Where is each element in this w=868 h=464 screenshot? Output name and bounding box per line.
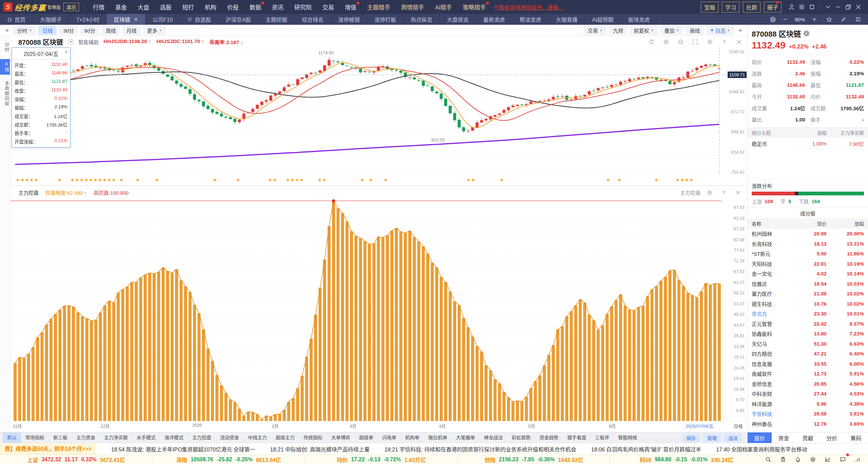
toolbar-button-前复权[interactable]: 前复权▼ xyxy=(630,26,658,35)
status-message-button[interactable] xyxy=(837,455,848,464)
news-item[interactable]: 17:40 全国档案查询利用服务平台移动 xyxy=(716,445,807,453)
favorite-button[interactable] xyxy=(824,14,834,24)
zoom-out-button[interactable] xyxy=(780,14,790,24)
tab-区块链[interactable]: 区块链✕ xyxy=(107,14,145,25)
status-chart-line-button[interactable] xyxy=(823,455,833,464)
index-均价[interactable]: 均价17.22-0.13-0.72%1.43万亿 xyxy=(305,455,458,464)
tab-首页[interactable]: 首页 xyxy=(0,14,33,25)
status-clipboard-button[interactable] xyxy=(778,455,788,464)
menu-item-主题猎手[interactable]: 主题猎手 xyxy=(362,3,396,11)
indicator-tab-三板斧[interactable]: 三板斧 xyxy=(591,432,614,443)
indicator-question-button[interactable] xyxy=(719,188,729,198)
toolbar-button-画线[interactable]: 画线 xyxy=(686,26,704,35)
indicator-tab-机构单[interactable]: 机构单 xyxy=(401,432,424,443)
constituent-row-京北方[interactable]: 京北方23.3010.01% xyxy=(748,309,868,319)
collapse-toolbar-icon[interactable]: » xyxy=(3,27,11,34)
menu-item-AI猎手[interactable]: AI猎手 xyxy=(430,3,457,11)
indicator-tab-新三板[interactable]: 新三板 xyxy=(49,432,72,443)
indicator-tab-大单博弈[interactable]: 大单博弈 xyxy=(327,432,355,443)
constituent-row-宇信科技[interactable]: 宇信科技28.583.81% xyxy=(748,409,868,419)
status-search-button[interactable] xyxy=(763,455,773,464)
action-战法[interactable]: 战法 xyxy=(724,433,742,442)
alert-icon[interactable]: ! xyxy=(770,17,776,22)
tab-涨停棱镜[interactable]: 涨停棱镜 xyxy=(331,14,367,25)
indicator-tab-常用指标[interactable]: 常用指标 xyxy=(21,432,49,443)
indicator-tab-闪电单[interactable]: 闪电单 xyxy=(378,432,401,443)
menu-item-短打[interactable]: 短打 xyxy=(177,3,199,11)
minimize-button[interactable] xyxy=(833,2,843,12)
tab-涨停打板[interactable]: 涨停打板 xyxy=(367,14,403,25)
tab-综合排名[interactable]: 综合排名 xyxy=(295,14,331,25)
gear-button[interactable] xyxy=(796,2,807,12)
indicator-tab-彩虹趋势[interactable]: 彩虹趋势 xyxy=(507,432,535,443)
tab-大咖圈子[interactable]: 大咖圈子 xyxy=(33,14,69,25)
toolbar-button-交易[interactable]: 交易▼ xyxy=(584,26,607,35)
constituent-row-金一文化[interactable]: 金一文化4.0210.14% xyxy=(748,269,868,279)
menu-item-策略猎手[interactable]: 策略猎手 xyxy=(457,3,491,11)
toolbar-button-60分[interactable]: 60分 xyxy=(80,26,99,35)
panel-tab-分价[interactable]: 分价 xyxy=(820,432,844,443)
indicator-tab-大笔撤单[interactable]: 大笔撤单 xyxy=(452,432,479,443)
close-window-button[interactable] xyxy=(853,2,863,12)
status-target-button[interactable] xyxy=(808,455,818,464)
menu-item-行情[interactable]: 行情 xyxy=(87,3,110,11)
indicator-tab-超级主力[interactable]: 超级主力 xyxy=(271,432,299,443)
toolbar-button-九转[interactable]: 九转 xyxy=(609,26,627,35)
quick-button-宝箱[interactable]: 宝箱 xyxy=(701,2,718,13)
news-item[interactable]: 18:21 中际旭创: 高端光模块产品持续上量 xyxy=(270,445,370,453)
status-signal-button[interactable] xyxy=(852,455,863,464)
user-button[interactable] xyxy=(786,2,796,12)
constituent-row-*ST新元[interactable]: *ST新元5.0011.86% xyxy=(748,249,868,259)
tab-帮派龙虎[interactable]: 帮派龙虎 xyxy=(512,14,549,25)
status-bell-button[interactable] xyxy=(793,455,803,464)
menu-item-选股[interactable]: 选股 xyxy=(155,3,177,11)
tab-自选股[interactable]: 自选股 xyxy=(180,14,218,25)
symbol-dropdown-icon[interactable]: ▼ xyxy=(68,39,74,45)
index-上证[interactable]: 上证3472.3211.170.32%5672.41亿 xyxy=(0,455,153,464)
chart-refresh-button[interactable] xyxy=(646,37,656,47)
indicator-tab-主力资金[interactable]: 主力资金 xyxy=(72,432,100,443)
promo-label[interactable]: 费】续费多送60天，到手14个月>>> xyxy=(0,443,96,455)
chart-fullscreen-button[interactable] xyxy=(690,37,700,47)
indicator-tab-中线主力[interactable]: 中线主力 xyxy=(243,432,271,443)
menu-item-大盘[interactable]: 大盘 xyxy=(132,3,155,11)
index-创指[interactable]: 创指2156.23-7.85-0.36%1042.02亿 xyxy=(458,455,610,464)
constituent-row-德生科技[interactable]: 德生科技10.7610.02% xyxy=(748,299,868,309)
constituent-row-信雅达[interactable]: 信雅达18.5410.03% xyxy=(748,279,868,289)
collapse-button[interactable] xyxy=(823,2,833,12)
news-item[interactable]: 18:54 陈茂波: 港股上半年IPO集资额超1070亿港元 全球第一 xyxy=(111,445,255,453)
toolbar-button-周线[interactable]: 周线 xyxy=(102,26,120,35)
tab-热点纵览[interactable]: 热点纵览 xyxy=(403,14,440,25)
popup-close-icon[interactable]: ✕ xyxy=(64,49,68,55)
quick-button-社群[interactable]: 社群 xyxy=(743,2,761,13)
indicator-gear-button[interactable] xyxy=(705,188,715,198)
tab-沪深京A股[interactable]: 沪深京A股 xyxy=(218,14,258,25)
menu-item-基金[interactable]: 基金 xyxy=(110,3,132,11)
layout-button[interactable] xyxy=(853,14,863,24)
rail-item-分时[interactable]: 分时 xyxy=(0,40,10,55)
action-保存[interactable]: 保存 xyxy=(682,433,700,442)
chart-close-button[interactable] xyxy=(734,37,744,47)
tab-主题挖掘[interactable]: 主题挖掘 xyxy=(258,14,295,25)
toolbar-button-自选[interactable]: +自选▼ xyxy=(706,26,734,35)
indicator-tab-智能网格[interactable]: 智能网格 xyxy=(614,432,642,443)
constituent-row-林洋能源[interactable]: 林洋能源5.964.38% xyxy=(748,399,868,409)
candle-canvas[interactable] xyxy=(10,47,747,175)
theme-row-稳定币[interactable]: 稳定币1.00%7.90亿 xyxy=(748,138,868,149)
index-科50[interactable]: 科50984.80-0.15-0.01%245.24亿 xyxy=(610,455,763,464)
tab-大咖直播[interactable]: 大咖直播 xyxy=(549,14,585,25)
info-icon[interactable]: i xyxy=(804,31,809,36)
menu-item-数据[interactable]: 数据 xyxy=(244,3,267,11)
indicator-close-button[interactable] xyxy=(733,188,743,198)
panel-tab-资金[interactable]: 资金 xyxy=(772,432,796,443)
rail-item-K线[interactable]: K线 xyxy=(0,59,10,75)
quick-button-学习[interactable]: 学习 xyxy=(722,2,739,13)
news-item[interactable]: 18:06 白羽鸡毛鸡价格再“破3” 苗价月跌幅过半 xyxy=(591,445,701,453)
tab-AI超预期[interactable]: AI超预期 xyxy=(585,14,621,25)
constituent-row-中科金财[interactable]: 中科金财27.444.53% xyxy=(748,389,868,399)
constituent-row-信息发展[interactable]: 信息发展33.556.00% xyxy=(748,359,868,369)
chart-zoom-out-button[interactable] xyxy=(675,37,686,47)
menu-item-价投[interactable]: 价投 xyxy=(222,3,244,11)
rail-item-多周期同屏[interactable]: 多周期同屏 xyxy=(0,79,10,109)
constituent-row-金桥信息[interactable]: 金桥信息20.854.56% xyxy=(748,379,868,389)
